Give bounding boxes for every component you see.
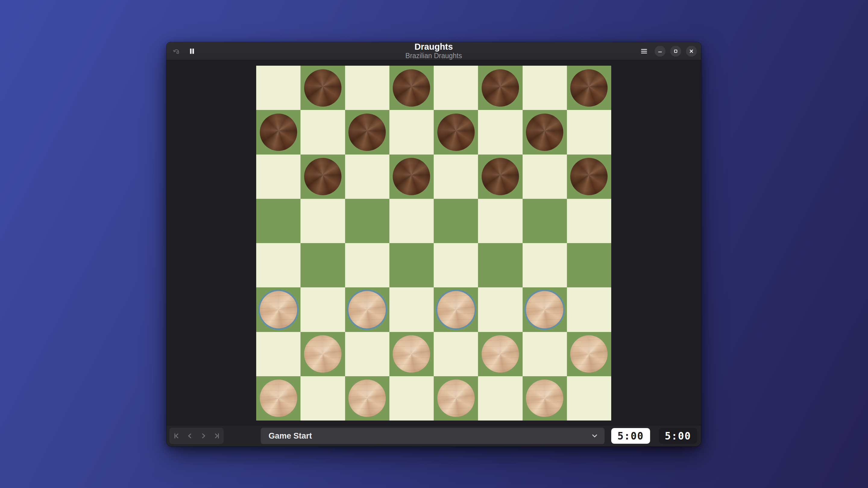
square-r1c2[interactable] [301,66,345,110]
square-r5c4[interactable] [390,243,434,287]
square-r1c3[interactable] [345,66,390,110]
light-piece[interactable] [482,335,519,372]
pause-button[interactable] [186,45,198,57]
square-r6c4[interactable] [390,287,434,332]
square-r6c6[interactable] [478,287,522,332]
square-r2c3[interactable] [345,110,390,154]
square-r1c4[interactable] [390,66,434,110]
history-previous-button[interactable] [183,428,196,444]
dark-piece[interactable] [526,113,563,151]
light-piece-movable[interactable] [526,291,563,328]
square-r1c6[interactable] [478,66,522,110]
square-r3c5[interactable] [434,155,478,199]
square-r7c6[interactable] [478,332,522,376]
square-r7c1[interactable] [256,332,301,376]
square-r4c4[interactable] [390,199,434,243]
history-last-button[interactable] [210,428,224,444]
square-r6c7[interactable] [523,287,567,332]
light-piece[interactable] [304,335,341,372]
square-r5c1[interactable] [256,243,301,287]
square-r5c6[interactable] [478,243,522,287]
dark-piece[interactable] [393,158,430,195]
square-r1c1[interactable] [256,66,301,110]
square-r2c5[interactable] [434,110,478,154]
square-r8c8[interactable] [567,376,611,421]
square-r1c8[interactable] [567,66,611,110]
square-r8c3[interactable] [345,376,390,421]
square-r8c1[interactable] [256,376,301,421]
square-r3c6[interactable] [478,155,522,199]
light-piece[interactable] [437,380,475,417]
light-piece[interactable] [260,380,297,417]
undo-button[interactable] [170,45,182,57]
square-r4c6[interactable] [478,199,522,243]
square-r2c4[interactable] [390,110,434,154]
move-history-dropdown[interactable]: Game Start [261,428,604,444]
square-r7c2[interactable] [301,332,345,376]
square-r5c5[interactable] [434,243,478,287]
square-r3c7[interactable] [523,155,567,199]
square-r5c8[interactable] [567,243,611,287]
dark-piece[interactable] [304,158,341,195]
dark-piece[interactable] [437,113,475,151]
square-r6c1[interactable] [256,287,301,332]
history-first-button[interactable] [169,428,183,444]
dark-piece[interactable] [482,69,519,107]
square-r2c7[interactable] [523,110,567,154]
square-r7c3[interactable] [345,332,390,376]
square-r2c8[interactable] [567,110,611,154]
minimize-button[interactable] [655,46,665,57]
square-r8c2[interactable] [301,376,345,421]
square-r3c4[interactable] [390,155,434,199]
square-r5c3[interactable] [345,243,390,287]
dark-piece[interactable] [260,113,297,151]
light-piece[interactable] [348,380,386,417]
dark-piece[interactable] [348,113,386,151]
square-r3c2[interactable] [301,155,345,199]
square-r6c8[interactable] [567,287,611,332]
maximize-button[interactable] [670,46,681,57]
dark-piece[interactable] [393,69,430,107]
square-r3c1[interactable] [256,155,301,199]
light-piece[interactable] [393,335,430,372]
square-r4c2[interactable] [301,199,345,243]
square-r2c1[interactable] [256,110,301,154]
dark-piece[interactable] [482,158,519,195]
history-next-button[interactable] [196,428,210,444]
square-r8c4[interactable] [390,376,434,421]
square-r6c3[interactable] [345,287,390,332]
close-button[interactable] [686,46,697,57]
dark-piece[interactable] [570,69,608,107]
square-r5c2[interactable] [301,243,345,287]
square-r2c6[interactable] [478,110,522,154]
headerbar[interactable]: Draughts Brazilian Draughts [166,42,701,60]
square-r2c2[interactable] [301,110,345,154]
light-piece-movable[interactable] [437,291,475,328]
square-r7c4[interactable] [390,332,434,376]
square-r8c7[interactable] [523,376,567,421]
square-r6c5[interactable] [434,287,478,332]
square-r7c7[interactable] [523,332,567,376]
square-r3c3[interactable] [345,155,390,199]
square-r1c5[interactable] [434,66,478,110]
square-r5c7[interactable] [523,243,567,287]
light-piece[interactable] [570,335,608,372]
square-r7c8[interactable] [567,332,611,376]
light-piece-movable[interactable] [348,291,386,328]
square-r4c7[interactable] [523,199,567,243]
dark-piece[interactable] [304,69,341,107]
square-r3c8[interactable] [567,155,611,199]
primary-menu-button[interactable] [638,45,650,57]
light-piece-movable[interactable] [260,291,297,328]
square-r4c5[interactable] [434,199,478,243]
square-r6c2[interactable] [301,287,345,332]
square-r7c5[interactable] [434,332,478,376]
square-r4c3[interactable] [345,199,390,243]
square-r8c6[interactable] [478,376,522,421]
dark-piece[interactable] [570,158,608,195]
light-piece[interactable] [526,380,563,417]
square-r4c8[interactable] [567,199,611,243]
square-r1c7[interactable] [523,66,567,110]
square-r8c5[interactable] [434,376,478,421]
square-r4c1[interactable] [256,199,301,243]
